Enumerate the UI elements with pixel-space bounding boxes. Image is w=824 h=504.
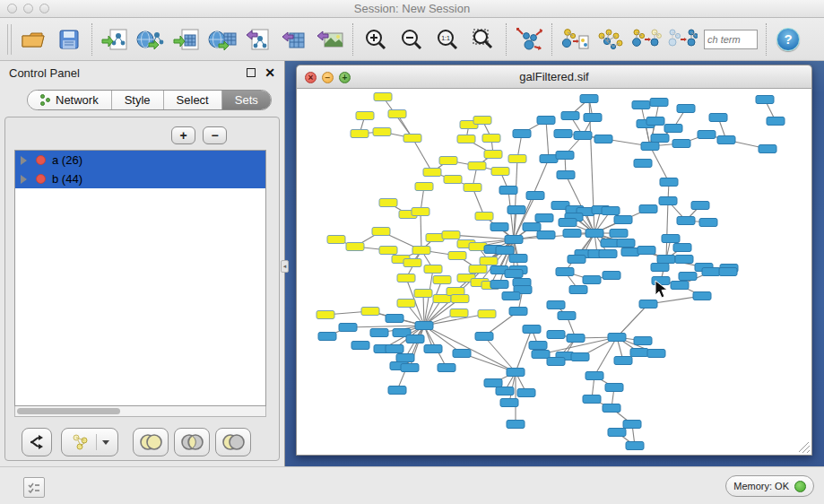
- graph-node[interactable]: [699, 219, 717, 227]
- graph-node[interactable]: [415, 322, 433, 330]
- graph-node[interactable]: [614, 216, 632, 224]
- graph-node[interactable]: [630, 349, 648, 357]
- graph-node[interactable]: [608, 429, 626, 437]
- graph-node[interactable]: [664, 125, 682, 133]
- zoom-actual-size-button[interactable]: 1:1: [429, 22, 465, 56]
- graph-node[interactable]: [388, 110, 406, 118]
- graph-node[interactable]: [585, 372, 603, 380]
- graph-node[interactable]: [547, 358, 565, 366]
- graph-node[interactable]: [414, 290, 432, 298]
- panel-collapse-handle[interactable]: ◂: [281, 260, 289, 273]
- import-network-web-button[interactable]: [133, 22, 169, 56]
- graph-node[interactable]: [671, 282, 689, 290]
- graph-node[interactable]: [532, 351, 550, 359]
- graph-node[interactable]: [475, 333, 493, 341]
- tab-sets[interactable]: Sets: [222, 91, 271, 109]
- graph-node[interactable]: [379, 199, 397, 207]
- graph-node[interactable]: [508, 155, 526, 163]
- graph-node[interactable]: [702, 268, 720, 276]
- graph-node[interactable]: [397, 300, 415, 308]
- graph-node[interactable]: [603, 272, 620, 280]
- list-item-set-b[interactable]: b (44): [15, 169, 265, 188]
- graph-node[interactable]: [693, 292, 711, 300]
- graph-node[interactable]: [372, 228, 390, 236]
- graph-node[interactable]: [451, 295, 469, 303]
- graph-node[interactable]: [698, 131, 716, 139]
- scrollbar-thumb[interactable]: [17, 408, 120, 414]
- graph-node[interactable]: [339, 324, 357, 332]
- graph-node[interactable]: [439, 157, 457, 165]
- graph-node[interactable]: [523, 223, 541, 231]
- export-network-button[interactable]: [240, 22, 276, 56]
- graph-node[interactable]: [719, 268, 737, 276]
- graph-node[interactable]: [513, 130, 531, 138]
- graph-node[interactable]: [415, 183, 433, 191]
- graph-node[interactable]: [608, 334, 626, 342]
- graph-node[interactable]: [412, 247, 430, 255]
- graph-node[interactable]: [571, 353, 589, 361]
- graph-node[interactable]: [491, 168, 509, 176]
- graph-node[interactable]: [507, 421, 525, 429]
- graph-node[interactable]: [496, 387, 514, 395]
- graph-node[interactable]: [317, 311, 334, 319]
- graph-node[interactable]: [484, 379, 502, 387]
- graph-node[interactable]: [496, 247, 514, 255]
- graph-node[interactable]: [559, 219, 577, 227]
- graph-node[interactable]: [675, 256, 693, 264]
- import-table-web-button[interactable]: [204, 22, 240, 56]
- graph-node[interactable]: [517, 389, 535, 397]
- graph-node[interactable]: [634, 160, 652, 168]
- expand-arrow-icon[interactable]: [21, 175, 27, 184]
- select-first-neighbors-button[interactable]: [593, 22, 629, 56]
- dropdown-caret-icon[interactable]: [101, 439, 110, 446]
- graph-node[interactable]: [660, 178, 678, 187]
- network-canvas[interactable]: [296, 89, 812, 456]
- graph-node[interactable]: [453, 350, 471, 358]
- graph-node[interactable]: [502, 292, 520, 300]
- save-session-button[interactable]: [51, 22, 87, 56]
- zoom-in-button[interactable]: [358, 22, 394, 56]
- tab-select[interactable]: Select: [164, 91, 222, 109]
- graph-node[interactable]: [626, 442, 644, 450]
- graph-node[interactable]: [499, 187, 517, 195]
- graph-node[interactable]: [507, 206, 525, 214]
- graph-node[interactable]: [537, 117, 555, 125]
- graph-node[interactable]: [318, 333, 336, 341]
- graph-node[interactable]: [759, 145, 776, 153]
- import-network-file-button[interactable]: [97, 22, 133, 56]
- graph-node[interactable]: [603, 404, 620, 413]
- graph-node[interactable]: [574, 132, 592, 140]
- graph-node[interactable]: [448, 252, 466, 260]
- intersection-button[interactable]: [174, 428, 210, 456]
- union-button[interactable]: [133, 428, 169, 456]
- graph-node[interactable]: [605, 384, 623, 392]
- task-history-button[interactable]: [23, 477, 45, 498]
- graph-node[interactable]: [556, 268, 574, 276]
- graph-node[interactable]: [677, 105, 695, 113]
- graph-node[interactable]: [601, 239, 619, 248]
- graph-node[interactable]: [386, 345, 403, 353]
- show-hide-selection-button[interactable]: [664, 22, 700, 56]
- graph-node[interactable]: [374, 93, 392, 101]
- search-input[interactable]: [704, 30, 758, 49]
- network-view-window[interactable]: × − + galFiltered.sif: [296, 65, 812, 456]
- graph-node[interactable]: [484, 151, 502, 159]
- list-item-set-a[interactable]: a (26): [15, 151, 265, 169]
- graph-node[interactable]: [490, 223, 508, 231]
- graph-node[interactable]: [599, 250, 617, 258]
- tab-network[interactable]: Network: [28, 91, 112, 109]
- graph-node[interactable]: [617, 239, 635, 248]
- graph-node[interactable]: [397, 274, 415, 282]
- graph-node[interactable]: [652, 277, 670, 285]
- graph-node[interactable]: [556, 152, 574, 160]
- import-table-file-button[interactable]: [169, 22, 204, 56]
- graph-node[interactable]: [424, 345, 442, 353]
- graph-node[interactable]: [482, 135, 500, 143]
- graph-node[interactable]: [568, 256, 585, 264]
- graph-node[interactable]: [500, 399, 518, 407]
- graph-node[interactable]: [386, 315, 403, 323]
- graph-node[interactable]: [379, 247, 397, 255]
- graph-node[interactable]: [356, 112, 374, 120]
- graph-node[interactable]: [641, 143, 659, 151]
- expand-arrow-icon[interactable]: [21, 156, 27, 165]
